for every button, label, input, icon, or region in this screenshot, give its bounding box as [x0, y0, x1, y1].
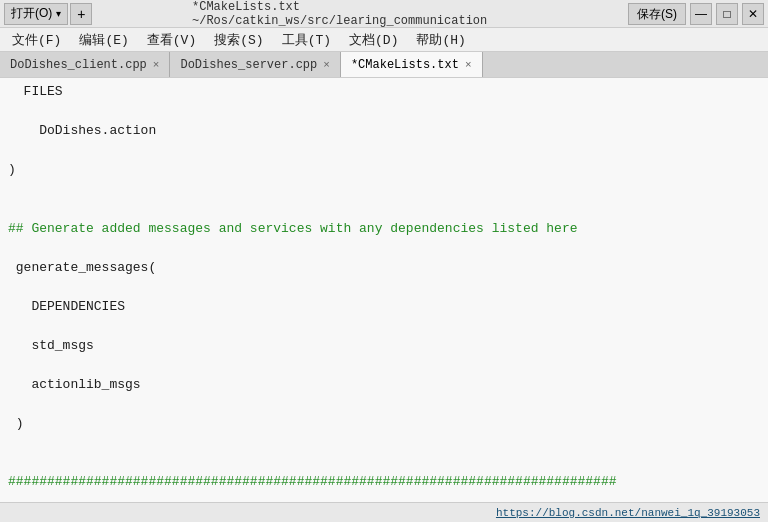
tab-close-2[interactable]: × [465, 59, 472, 71]
tab-close-1[interactable]: × [323, 59, 330, 71]
editor-line: ########################################… [8, 472, 760, 492]
maximize-button[interactable]: □ [716, 3, 738, 25]
title-bar-right: 保存(S) — □ ✕ [628, 3, 764, 25]
menu-item-e[interactable]: 编辑(E) [71, 29, 136, 51]
editor-line: ## Generate added messages and services … [8, 219, 760, 239]
title-bar-left: 打开(O) ▾ + [4, 3, 92, 25]
editor-line: generate_messages( [8, 258, 760, 278]
minimize-icon: — [695, 7, 707, 21]
editor-line: actionlib_msgs [8, 375, 760, 395]
status-url[interactable]: https://blog.csdn.net/nanwei_1q_39193053 [496, 507, 760, 519]
open-label: 打开(O) [11, 5, 52, 22]
menu-item-h[interactable]: 帮助(H) [408, 29, 473, 51]
filename-label: *CMakeLists.txt [192, 0, 300, 14]
title-bar: 打开(O) ▾ + *CMakeLists.txt ~/Ros/catkin_w… [0, 0, 768, 28]
editor-line: ) [8, 160, 760, 180]
menu-item-f[interactable]: 文件(F) [4, 29, 69, 51]
tab-1[interactable]: DoDishes_server.cpp× [170, 52, 340, 77]
new-tab-button[interactable]: + [70, 3, 92, 25]
path-label: ~/Ros/catkin_ws/src/learing_communicatio… [192, 14, 487, 28]
open-button[interactable]: 打开(O) ▾ [4, 3, 68, 25]
editor-line: DoDishes.action [8, 121, 760, 141]
minimize-button[interactable]: — [690, 3, 712, 25]
close-button[interactable]: ✕ [742, 3, 764, 25]
tab-2[interactable]: *CMakeLists.txt× [341, 52, 483, 77]
editor-line: FILES [8, 82, 760, 102]
editor-line: DEPENDENCIES [8, 297, 760, 317]
menu-item-t[interactable]: 工具(T) [274, 29, 339, 51]
menu-item-v[interactable]: 查看(V) [139, 29, 204, 51]
tab-0[interactable]: DoDishes_client.cpp× [0, 52, 170, 77]
window-title: *CMakeLists.txt ~/Ros/catkin_ws/src/lear… [192, 0, 576, 28]
status-bar: https://blog.csdn.net/nanwei_1q_39193053 [0, 502, 768, 522]
editor-line: ) [8, 414, 760, 434]
editor-line: std_msgs [8, 336, 760, 356]
menu-item-d[interactable]: 文档(D) [341, 29, 406, 51]
close-icon: ✕ [748, 7, 758, 21]
save-label: 保存(S) [637, 7, 677, 21]
menu-bar: 文件(F)编辑(E)查看(V)搜索(S)工具(T)文档(D)帮助(H) [0, 28, 768, 52]
save-button[interactable]: 保存(S) [628, 3, 686, 25]
maximize-icon: □ [723, 7, 730, 21]
editor[interactable]: FILES DoDishes.action ) ## Generate adde… [0, 78, 768, 502]
tab-label-1: DoDishes_server.cpp [180, 58, 317, 72]
tab-label-2: *CMakeLists.txt [351, 58, 459, 72]
menu-item-s[interactable]: 搜索(S) [206, 29, 271, 51]
tab-close-0[interactable]: × [153, 59, 160, 71]
tab-bar: DoDishes_client.cpp×DoDishes_server.cpp×… [0, 52, 768, 78]
tab-label-0: DoDishes_client.cpp [10, 58, 147, 72]
open-dropdown-icon: ▾ [56, 8, 61, 19]
